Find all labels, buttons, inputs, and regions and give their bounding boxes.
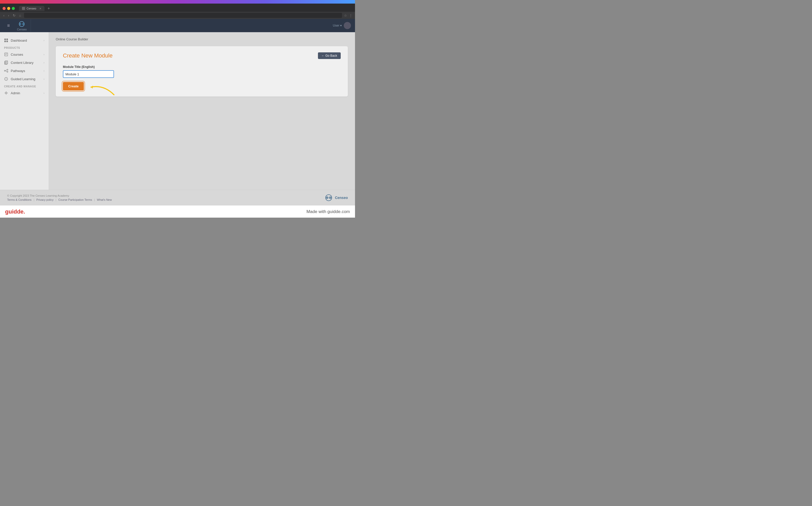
- module-title-label: Module Title (English): [63, 65, 341, 69]
- footer-copyright: © Copyright 2023 The Censeo Learning Aca…: [7, 194, 112, 197]
- footer-link-whats-new[interactable]: What's New: [97, 198, 112, 201]
- sidebar: Dashboard › PRODUCTS Courses ›: [0, 32, 49, 190]
- nav-forward-button[interactable]: ›: [7, 13, 10, 17]
- footer-link-privacy[interactable]: Privacy policy: [36, 198, 54, 201]
- address-bar[interactable]: [24, 13, 342, 18]
- sidebar-item-courses[interactable]: Courses ›: [0, 50, 49, 59]
- guidde-tagline: Made with guidde.com: [306, 209, 350, 214]
- user-area: User ▾: [333, 22, 351, 29]
- svg-point-15: [7, 69, 8, 70]
- footer-link-terms[interactable]: Terms & Conditions: [7, 198, 31, 201]
- footer-logo-text: Censeo: [335, 196, 348, 200]
- svg-point-26: [329, 196, 331, 199]
- dashboard-icon: [4, 38, 8, 43]
- content-area: Online Course Builder Create New Module …: [49, 32, 355, 190]
- card-title: Create New Module: [63, 52, 113, 59]
- create-button-wrapper: Create: [63, 82, 84, 90]
- content-library-icon: [4, 61, 8, 65]
- censeo-logo-icon: [18, 20, 26, 27]
- content-library-chevron-icon: ›: [44, 61, 45, 64]
- traffic-lights: [3, 7, 15, 10]
- main-layout: Dashboard › PRODUCTS Courses ›: [0, 32, 355, 190]
- admin-chevron-icon: ›: [44, 91, 45, 94]
- nav-home-button[interactable]: ⌂: [18, 13, 22, 17]
- courses-chevron-icon: ›: [44, 53, 45, 56]
- create-module-card: Create New Module ← Go Back Module Title…: [56, 46, 348, 97]
- go-back-button[interactable]: ← Go Back: [318, 52, 341, 59]
- bookmark-icon[interactable]: ☆: [344, 13, 347, 17]
- browser-tab[interactable]: Censeo ✕: [19, 6, 45, 11]
- sidebar-item-admin-label: Admin: [11, 91, 41, 95]
- traffic-light-green[interactable]: [12, 7, 15, 10]
- tab-close[interactable]: ✕: [40, 7, 42, 10]
- app-container: ≡ Censeo User ▾: [0, 19, 355, 205]
- user-avatar: [344, 22, 351, 29]
- svg-point-16: [7, 71, 8, 72]
- svg-point-1: [19, 23, 21, 25]
- sidebar-item-guided-learning-label: Guided Learning: [11, 77, 41, 81]
- sidebar-item-content-library-label: Content Library: [11, 61, 41, 65]
- top-gradient-bar: [0, 0, 355, 4]
- footer-links: Terms & Conditions | Privacy policy | Co…: [7, 198, 112, 201]
- dashboard-chevron-icon: ›: [44, 39, 45, 42]
- svg-line-18: [5, 71, 7, 72]
- sidebar-item-pathways-label: Pathways: [11, 69, 41, 73]
- user-name-text: User ▾: [333, 24, 342, 27]
- svg-rect-7: [5, 53, 8, 56]
- sidebar-item-guided-learning[interactable]: Guided Learning ›: [0, 75, 49, 83]
- tab-label: Censeo: [26, 7, 36, 10]
- footer-left: © Copyright 2023 The Censeo Learning Aca…: [7, 194, 112, 201]
- sidebar-item-dashboard[interactable]: Dashboard ›: [0, 36, 49, 45]
- module-title-group: Module Title (English): [63, 65, 341, 78]
- pathways-chevron-icon: ›: [44, 69, 45, 72]
- guided-learning-chevron-icon: ›: [44, 77, 45, 80]
- sidebar-section-create: CREATE AND MANAGE: [0, 83, 49, 89]
- create-button[interactable]: Create: [63, 82, 84, 90]
- breadcrumb: Online Course Builder: [56, 37, 348, 41]
- logo-text: Censeo: [17, 28, 27, 31]
- svg-rect-6: [6, 40, 8, 42]
- traffic-light-yellow[interactable]: [7, 7, 10, 10]
- courses-icon: [4, 52, 8, 57]
- sidebar-item-dashboard-label: Dashboard: [11, 38, 41, 43]
- admin-icon: [4, 91, 8, 95]
- module-title-input[interactable]: [63, 70, 114, 78]
- sidebar-section-products: PRODUCTS: [0, 45, 49, 50]
- nav-refresh-button[interactable]: ↻: [12, 13, 16, 17]
- address-bar-row: ‹ › ↻ ⌂ ☆ ⋮: [0, 12, 355, 19]
- nav-back-button[interactable]: ‹: [3, 13, 5, 17]
- pathways-icon: [4, 69, 8, 73]
- logo-area: Censeo: [13, 19, 31, 32]
- svg-point-21: [6, 79, 6, 80]
- guided-learning-icon: [4, 77, 8, 81]
- browser-chrome: Censeo ✕ +: [0, 4, 355, 12]
- svg-point-25: [326, 196, 328, 199]
- footer-link-course-terms[interactable]: Course Participation Terms: [58, 198, 92, 201]
- menu-icon[interactable]: ⋮: [349, 13, 353, 17]
- toolbar-icons: ☆ ⋮: [344, 13, 353, 17]
- sidebar-item-content-library[interactable]: Content Library ›: [0, 59, 49, 67]
- hamburger-button[interactable]: ≡: [4, 23, 13, 28]
- sidebar-item-courses-label: Courses: [11, 53, 41, 57]
- card-header: Create New Module ← Go Back: [63, 52, 341, 59]
- svg-line-17: [5, 70, 7, 71]
- svg-rect-4: [6, 38, 8, 40]
- traffic-light-red[interactable]: [3, 7, 6, 10]
- sidebar-item-pathways[interactable]: Pathways ›: [0, 67, 49, 75]
- svg-rect-11: [5, 61, 8, 64]
- new-tab-button[interactable]: +: [48, 6, 50, 11]
- svg-rect-3: [4, 38, 6, 40]
- top-nav: ≡ Censeo User ▾: [0, 19, 355, 32]
- bottom-bar: guidde. Made with guidde.com: [0, 205, 355, 218]
- svg-point-22: [5, 92, 7, 94]
- sidebar-item-admin[interactable]: Admin ›: [0, 89, 49, 97]
- footer: © Copyright 2023 The Censeo Learning Aca…: [0, 190, 355, 205]
- svg-point-14: [4, 70, 5, 71]
- svg-point-2: [22, 23, 24, 25]
- svg-marker-23: [91, 86, 93, 89]
- footer-logo: Censeo: [324, 194, 348, 201]
- guidde-logo: guidde.: [5, 208, 25, 215]
- svg-rect-5: [4, 40, 6, 42]
- tab-favicon: [22, 7, 25, 10]
